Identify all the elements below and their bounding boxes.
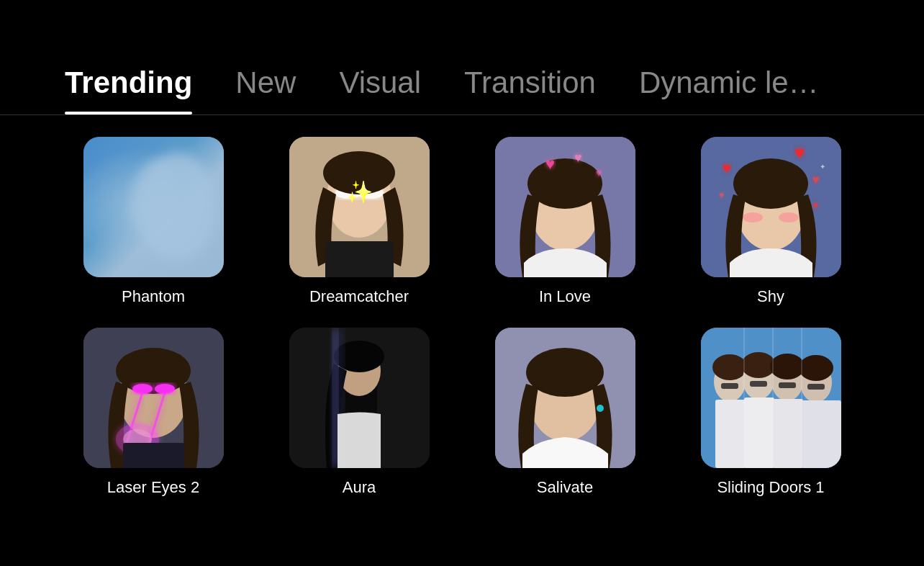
svg-point-48 [597,405,604,412]
effect-thumbnail-phantom [83,137,224,277]
nav-tabs: Trending New Visual Transition Dynamic l… [0,0,924,115]
effects-grid: Phantom ✦ ✦ ✦ [0,115,924,518]
svg-text:♥: ♥ [812,199,818,211]
effect-thumbnail-laser [83,328,224,468]
svg-text:♥: ♥ [574,151,582,165]
effect-label-dreamcatcher: Dreamcatcher [309,287,409,306]
effect-label-inlove: In Love [539,287,591,306]
effect-item-sliding[interactable]: Sliding Doors 1 [682,328,859,497]
svg-point-21 [779,212,799,223]
svg-rect-54 [744,397,774,468]
svg-point-32 [132,384,153,394]
effect-label-sliding: Sliding Doors 1 [717,478,824,497]
effect-thumbnail-sliding [701,328,841,468]
effect-item-phantom[interactable]: Phantom [65,137,242,306]
effect-thumbnail-dreamcatcher: ✦ ✦ ✦ [289,137,430,277]
svg-rect-2 [83,137,224,277]
svg-rect-62 [721,383,738,389]
svg-text:♥: ♥ [596,167,602,179]
effect-thumbnail-shy: ♥ ♥ ♥ ♥ ♥ ✦ [701,137,841,277]
svg-point-20 [743,212,763,223]
svg-rect-65 [807,384,825,390]
svg-rect-63 [750,381,767,387]
svg-rect-44 [332,328,338,468]
tab-trending[interactable]: Trending [65,66,192,114]
svg-point-61 [799,355,833,381]
svg-rect-64 [779,382,796,388]
svg-text:♥: ♥ [723,160,731,176]
svg-rect-51 [715,400,746,468]
tab-dynamic[interactable]: Dynamic le… [639,66,819,114]
svg-rect-60 [802,400,841,468]
effect-item-shy[interactable]: ♥ ♥ ♥ ♥ ♥ ✦ Shy [682,137,859,306]
tab-new[interactable]: New [235,66,296,114]
effect-label-laser: Laser Eyes 2 [107,478,199,497]
svg-rect-57 [773,399,803,468]
svg-text:♥: ♥ [812,174,820,186]
effect-label-aura: Aura [343,478,376,497]
effect-item-dreamcatcher[interactable]: ✦ ✦ ✦ Dreamcatcher [271,137,448,306]
svg-point-33 [155,384,175,394]
effect-item-inlove[interactable]: ♥ ♥ ♥ In Love [476,137,653,306]
effect-label-phantom: Phantom [122,287,185,306]
svg-point-10 [323,151,395,194]
effect-item-laser[interactable]: Laser Eyes 2 [65,328,242,497]
svg-text:✦: ✦ [820,163,825,171]
svg-text:♥: ♥ [719,190,724,200]
svg-text:♥: ♥ [545,155,555,173]
effect-item-aura[interactable]: Aura [271,328,448,497]
effect-item-salivate[interactable]: Salivate [476,328,653,497]
effect-thumbnail-salivate [495,328,635,468]
svg-rect-11 [325,241,394,277]
svg-text:♥: ♥ [794,143,805,162]
effect-label-shy: Shy [757,287,784,306]
effect-label-salivate: Salivate [537,478,593,497]
effect-thumbnail-aura [289,328,430,468]
svg-rect-38 [123,443,184,468]
tab-visual[interactable]: Visual [339,66,421,114]
effect-thumbnail-inlove: ♥ ♥ ♥ [495,137,635,277]
tab-transition[interactable]: Transition [464,66,596,114]
